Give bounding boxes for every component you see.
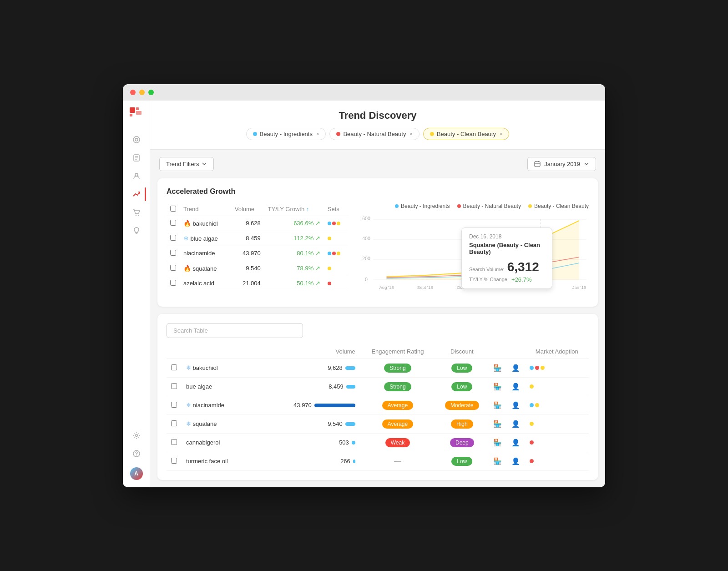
tab-clean-close[interactable]: × [500, 131, 502, 136]
sidebar-icon-cart[interactable] [128, 204, 145, 221]
engagement-cell: — [360, 452, 435, 470]
row-checkbox[interactable] [170, 220, 176, 226]
svg-text:0: 0 [365, 277, 368, 282]
tab-clean-dot [430, 132, 434, 136]
tooltip-date: Dec 16, 2018 [469, 233, 545, 240]
legend-natural-dot [457, 204, 461, 208]
svg-point-14 [135, 434, 137, 436]
discount-cell: Deep [435, 433, 489, 452]
trend-filters-button[interactable]: Trend Filters [159, 157, 214, 171]
calendar-icon [534, 161, 541, 167]
trend-growth: 80.1% ↗ [264, 246, 324, 261]
tab-ingredients-close[interactable]: × [316, 131, 319, 136]
row-checkbox[interactable] [170, 235, 176, 241]
trend-name: azelaic acid [180, 276, 231, 291]
row-checkbox[interactable] [171, 402, 177, 408]
tab-natural-dot [336, 132, 340, 136]
svg-text:Jan '19: Jan '19 [572, 285, 586, 290]
adoption-dot [530, 422, 534, 426]
legend-ingredients-label: Beauty - Ingredients [401, 203, 450, 209]
sidebar-icon-users[interactable] [128, 168, 145, 184]
date-picker-button[interactable]: January 2019 [527, 157, 596, 171]
trend-volume: 9,628 [231, 216, 264, 231]
adoption-cell [525, 452, 589, 470]
engagement-cell: Average [360, 414, 435, 433]
svg-text:200: 200 [362, 256, 370, 261]
tab-ingredients[interactable]: Beauty - Ingredients × [246, 128, 326, 140]
svg-text:400: 400 [362, 236, 370, 241]
item-name: ❄ bakuchiol [182, 359, 273, 377]
shop-cell: 🏪 [489, 433, 507, 452]
legend-clean: Beauty - Clean Beauty [528, 203, 589, 209]
trend-table-row: 🔥 squalane 9,540 78.9% ↗ [167, 261, 349, 276]
tab-natural-close[interactable]: × [410, 131, 412, 136]
adoption-dot [541, 366, 545, 370]
person-icon: 👤 [511, 420, 520, 428]
sidebar-icon-trends[interactable] [128, 186, 145, 202]
volume-number: 503 [339, 439, 349, 446]
row-checkbox[interactable] [170, 250, 176, 256]
adoption-cell [525, 396, 589, 414]
growth-arrow: ↗ [315, 250, 320, 257]
tab-ingredients-label: Beauty - Ingredients [260, 131, 313, 137]
sidebar-icon-settings[interactable] [128, 427, 145, 444]
trend-volume: 21,004 [231, 276, 264, 291]
minimize-dot[interactable] [139, 90, 145, 95]
row-checkbox[interactable] [170, 265, 176, 271]
discount-cell: Low [435, 452, 489, 470]
toolbar: Trend Filters January 2019 [150, 150, 605, 178]
sidebar-icon-reports[interactable] [128, 150, 145, 166]
row-checkbox[interactable] [171, 383, 177, 389]
col-volume-header2: Volume [273, 344, 360, 359]
search-input[interactable] [167, 323, 303, 338]
trend-volume: 43,970 [231, 246, 264, 261]
item-volume: 266 [273, 452, 360, 470]
chart-legend: Beauty - Ingredients Beauty - Natural Be… [358, 203, 589, 209]
tooltip-change: +26.7% [511, 276, 531, 283]
discount-badge: High [451, 419, 473, 429]
person-icon: 👤 [511, 364, 520, 372]
tab-natural[interactable]: Beauty - Natural Beauty × [329, 128, 419, 140]
discount-cell: Low [435, 377, 489, 396]
trend-sets [324, 261, 349, 276]
svg-text:Sept '18: Sept '18 [417, 285, 433, 290]
close-dot[interactable] [130, 90, 136, 95]
active-indicator [145, 187, 146, 201]
col-discount-header: Discount [435, 344, 489, 359]
select-all-checkbox[interactable] [170, 206, 176, 212]
engagement-badge: Strong [384, 382, 411, 391]
snowflake-icon: ❄ [186, 402, 191, 409]
item-volume: 9,628 [273, 359, 360, 377]
volume-number: 43,970 [293, 402, 312, 409]
maximize-dot[interactable] [148, 90, 154, 95]
row-checkbox[interactable] [171, 420, 177, 426]
date-chevron-icon [584, 161, 589, 167]
tooltip-title: Squalane (Beauty - Clean Beauty) [469, 242, 545, 255]
set-dot [332, 222, 336, 225]
sidebar-icon-avatar[interactable]: A [128, 465, 145, 482]
sidebar-icon-ideas[interactable] [128, 222, 145, 239]
engagement-dash: — [394, 457, 401, 465]
row-checkbox[interactable] [171, 458, 177, 464]
search-table-row: ❄ squalane 9,540 Average High 🏪 👤 [167, 414, 589, 433]
adoption-dots [530, 459, 584, 463]
col-adoption-header: Market Adoption [525, 344, 589, 359]
row-checkbox[interactable] [170, 280, 176, 286]
row-checkbox[interactable] [171, 439, 177, 445]
shop-icon: 🏪 [493, 401, 502, 409]
trend-growth: 636.6% ↗ [264, 216, 324, 231]
col-growth-header: TY/LY Growth ↑ [264, 203, 324, 216]
snowflake-icon: ❄ [186, 420, 191, 427]
sidebar-icon-help[interactable] [128, 445, 145, 462]
item-name: ❄ niacinamide [182, 396, 273, 414]
svg-rect-17 [535, 162, 540, 167]
discount-cell: High [435, 414, 489, 433]
trend-table-row: niacinamide 43,970 80.1% ↗ [167, 246, 349, 261]
tab-clean[interactable]: Beauty - Clean Beauty × [423, 128, 510, 140]
person-cell: 👤 [507, 377, 525, 396]
snowflake-icon: ❄ [183, 235, 189, 242]
engagement-badge: Average [382, 419, 413, 429]
row-checkbox[interactable] [171, 364, 177, 370]
set-dots [328, 252, 345, 255]
sidebar-icon-overview[interactable] [128, 131, 145, 148]
